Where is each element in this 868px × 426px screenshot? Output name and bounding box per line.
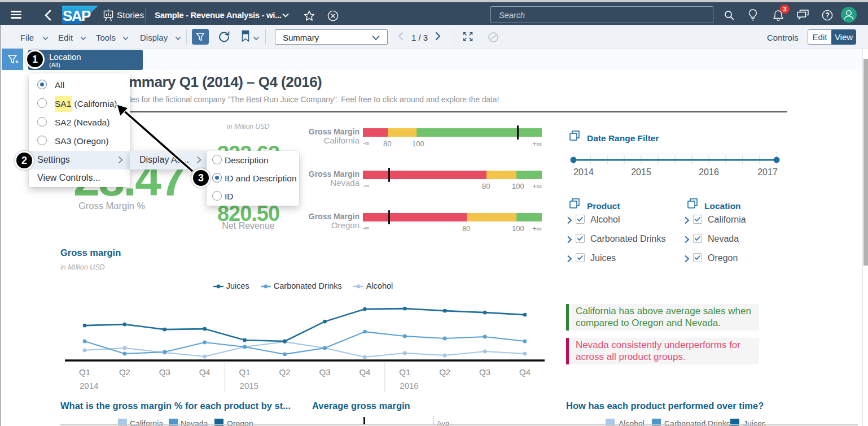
legend-label: Alcohol: [366, 281, 393, 290]
favorite-star-icon[interactable]: [304, 10, 315, 21]
tree-checkbox[interactable]: [576, 234, 585, 243]
svg-text:Q3: Q3: [319, 367, 330, 377]
back-icon[interactable]: [43, 10, 52, 21]
filter-button[interactable]: [192, 29, 209, 45]
hamburger-menu-icon[interactable]: [11, 11, 21, 19]
bullet-measure-label: Gross Margin: [309, 127, 360, 136]
menu-option-sa3[interactable]: SA3 (Oregon): [29, 132, 130, 150]
scrollbar-thumb[interactable]: [863, 59, 868, 266]
svg-text:2014: 2014: [573, 167, 594, 177]
menu-item-view-controls[interactable]: View Controls...: [29, 169, 130, 187]
radio-unselected[interactable]: [212, 191, 222, 201]
expand-chevron-icon[interactable]: [567, 236, 572, 244]
bullet-category-label: Nevada: [330, 178, 360, 188]
tree-checkbox[interactable]: [693, 234, 702, 243]
bullet-threshold-label: 80: [383, 140, 391, 148]
toolbar-menu-edit[interactable]: Edit: [58, 33, 73, 42]
tree-item-label: Oregon: [708, 253, 738, 263]
bullet-chart-nevada[interactable]: Gross MarginNevada-∞80100+∞: [305, 169, 547, 205]
legend-item-alcohol[interactable]: Alcohol: [353, 281, 393, 290]
svg-text:Q4: Q4: [519, 367, 531, 377]
insight-callout-positive: California has above average sales when …: [566, 304, 759, 331]
menu-item-settings[interactable]: Settings: [29, 151, 130, 169]
expand-chevron-icon[interactable]: [684, 255, 690, 263]
location-filter-chip[interactable]: Location (All): [28, 50, 143, 70]
stories-label[interactable]: Stories: [117, 10, 144, 20]
location-filter-title[interactable]: Location: [704, 201, 741, 211]
bullet-measure-label: Gross Margin: [309, 212, 360, 221]
bullet-chart-california[interactable]: Gross MarginCalifornia-∞80100+∞: [305, 127, 547, 162]
chevron-down-icon[interactable]: [282, 12, 290, 18]
bullet-segment: [486, 171, 516, 179]
bookmark-icon[interactable]: [241, 30, 250, 42]
toolbar-menu-file[interactable]: File: [20, 33, 34, 42]
toolbar-menu-tools[interactable]: Tools: [96, 33, 116, 42]
date-range-slider[interactable]: 2014201520162017: [568, 144, 788, 178]
display-option-id-and-description[interactable]: ID and Description: [207, 169, 299, 188]
expand-chevron-icon[interactable]: [567, 255, 572, 263]
radio-unselected[interactable]: [37, 117, 47, 127]
tree-checkbox[interactable]: [576, 253, 585, 262]
help-icon[interactable]: ?: [822, 10, 833, 21]
edit-mode-button[interactable]: Edit: [808, 29, 832, 45]
menu-option-sa2[interactable]: SA2 (Nevada): [29, 113, 130, 132]
gross-margin-chart-subtitle: in Million USD: [60, 263, 105, 271]
search-input[interactable]: Search: [490, 6, 713, 23]
view-mode-button[interactable]: View: [831, 29, 856, 45]
menu-option-label: Description: [225, 155, 269, 166]
display-option-description[interactable]: Description: [207, 151, 299, 169]
divider: [265, 29, 266, 44]
menu-option-sa1[interactable]: SA1 (California): [29, 94, 130, 113]
vertical-scrollbar[interactable]: [862, 49, 868, 426]
search-icon[interactable]: [724, 10, 734, 20]
gross-margin-line-chart[interactable]: Q1Q2Q3Q4Q1Q2Q3Q4Q1Q2Q3Q4201420152016: [60, 291, 557, 395]
settings-submenu[interactable]: Display As...: [130, 151, 207, 169]
next-page-icon[interactable]: [435, 32, 441, 41]
story-canvas: Summary Q1 (2014) – Q4 (2016) This story…: [0, 71, 868, 426]
radio-selected[interactable]: [37, 80, 47, 89]
user-avatar[interactable]: [841, 7, 857, 23]
submenu-arrow-icon: [118, 156, 123, 164]
date-range-filter-title[interactable]: Date Range Filter: [587, 133, 659, 144]
close-story-icon[interactable]: [327, 10, 339, 21]
add-filter-button[interactable]: [2, 49, 23, 70]
display-option-id[interactable]: ID: [207, 187, 299, 206]
controls-button[interactable]: Controls: [767, 33, 799, 42]
annotation-step-3: 3: [191, 168, 211, 188]
previous-page-icon[interactable]: [397, 32, 404, 41]
tree-checkbox[interactable]: [693, 253, 702, 262]
tree-checkbox[interactable]: [576, 215, 585, 224]
radio-unselected[interactable]: [212, 155, 222, 164]
legend-item-carbonated-drinks[interactable]: Carbonated Drinks: [261, 281, 342, 290]
bullet-threshold-label: 80: [482, 182, 490, 190]
page-select[interactable]: Summary: [275, 29, 388, 45]
legend-item-juices[interactable]: Juices: [213, 281, 249, 290]
expand-chevron-icon[interactable]: [567, 216, 572, 224]
radio-unselected[interactable]: [37, 98, 47, 108]
menu-option-all[interactable]: All: [29, 76, 130, 94]
bullet-segment: [363, 128, 388, 137]
bullet-chart-oregon[interactable]: Gross MarginOregon-∞80100+∞: [305, 212, 547, 247]
chevron-down-icon[interactable]: [253, 36, 260, 41]
bullet-threshold-label: 80: [462, 224, 470, 233]
fullscreen-icon[interactable]: [462, 32, 474, 42]
filter-value: (All): [49, 62, 60, 68]
page-title: Summary Q1 (2014) – Q4 (2016): [111, 73, 322, 91]
toolbar-menu-display[interactable]: Display: [140, 33, 168, 42]
bullet-segment: [363, 171, 486, 179]
menu-option-label: All: [55, 80, 64, 90]
search-placeholder: Search: [499, 11, 525, 20]
submenu-arrow-icon: [196, 156, 201, 164]
legend-marker: [353, 284, 363, 289]
tree-checkbox[interactable]: [693, 215, 702, 224]
expand-chevron-icon[interactable]: [684, 236, 690, 244]
feedback-chat-icon[interactable]: [797, 10, 809, 20]
lightbulb-icon[interactable]: [748, 9, 757, 21]
radio-unselected[interactable]: [37, 136, 47, 145]
story-title[interactable]: Sample - Revenue Analysis - wi...: [155, 10, 282, 20]
refresh-icon[interactable]: [217, 30, 231, 44]
radio-selected[interactable]: [212, 173, 222, 182]
expand-chevron-icon[interactable]: [684, 216, 690, 224]
product-filter-title[interactable]: Product: [587, 201, 620, 211]
discard-icon[interactable]: [488, 32, 499, 43]
